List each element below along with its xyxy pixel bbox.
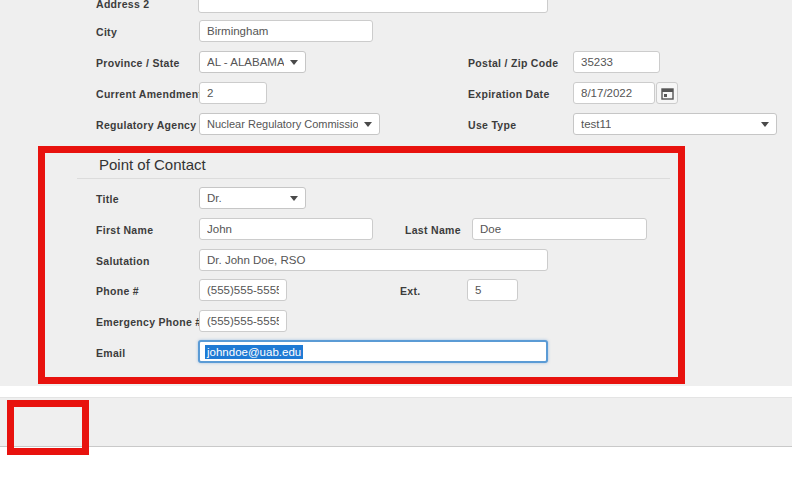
first-name-input[interactable] (199, 218, 373, 240)
emergency-phone-input[interactable] (199, 310, 287, 332)
email-selected-text: johndoe@uab.edu (205, 345, 303, 359)
email-field[interactable]: johndoe@uab.edu (198, 340, 548, 363)
address2-input[interactable] (198, 0, 548, 13)
email-label: Email (96, 347, 126, 359)
address2-label: Address 2 (96, 0, 149, 10)
expiration-date-label: Expiration Date (468, 88, 550, 100)
use-type-label: Use Type (468, 119, 516, 131)
postal-zip-input[interactable] (573, 51, 660, 73)
chevron-down-icon (290, 196, 298, 201)
last-name-label: Last Name (405, 224, 461, 236)
province-state-value: AL - ALABAMA (207, 56, 284, 68)
salutation-input[interactable] (199, 249, 548, 271)
chevron-down-icon (290, 60, 298, 65)
salutation-label: Salutation (96, 255, 150, 267)
poc-title-value: Dr. (207, 192, 222, 204)
point-of-contact-heading: Point of Contact (99, 156, 206, 173)
regulatory-agency-label: Regulatory Agency (96, 119, 196, 131)
license-form-screen: Address 2 City Province / State AL - ALA… (0, 0, 792, 485)
emergency-phone-label: Emergency Phone # (96, 316, 201, 328)
regulatory-agency-value: Nuclear Regulatory Commission (207, 118, 358, 130)
province-state-label: Province / State (96, 57, 180, 69)
last-name-input[interactable] (472, 218, 647, 240)
postal-zip-label: Postal / Zip Code (468, 57, 558, 69)
section-divider (77, 178, 670, 179)
expiration-date-input[interactable] (573, 82, 655, 104)
city-label: City (96, 26, 117, 38)
poc-title-label: Title (96, 193, 119, 205)
city-input[interactable] (199, 20, 373, 42)
province-state-select[interactable]: AL - ALABAMA (199, 51, 306, 73)
form-area: Address 2 City Province / State AL - ALA… (0, 0, 792, 386)
calendar-icon (661, 87, 674, 100)
footer-bar: Save Cancel (0, 397, 792, 447)
first-name-label: First Name (96, 224, 153, 236)
chevron-down-icon (761, 122, 769, 127)
ext-input[interactable] (467, 279, 518, 301)
current-amendment-label: Current Amendment # (96, 88, 212, 100)
date-picker-button[interactable] (656, 82, 678, 104)
chevron-down-icon (364, 122, 372, 127)
use-type-value: test11 (581, 118, 611, 130)
phone-input[interactable] (199, 279, 287, 301)
regulatory-agency-select[interactable]: Nuclear Regulatory Commission (199, 113, 380, 135)
poc-title-select[interactable]: Dr. (199, 187, 306, 209)
current-amendment-input[interactable] (199, 82, 267, 104)
phone-label: Phone # (96, 285, 139, 297)
ext-label: Ext. (400, 285, 420, 297)
use-type-select[interactable]: test11 (573, 113, 777, 135)
